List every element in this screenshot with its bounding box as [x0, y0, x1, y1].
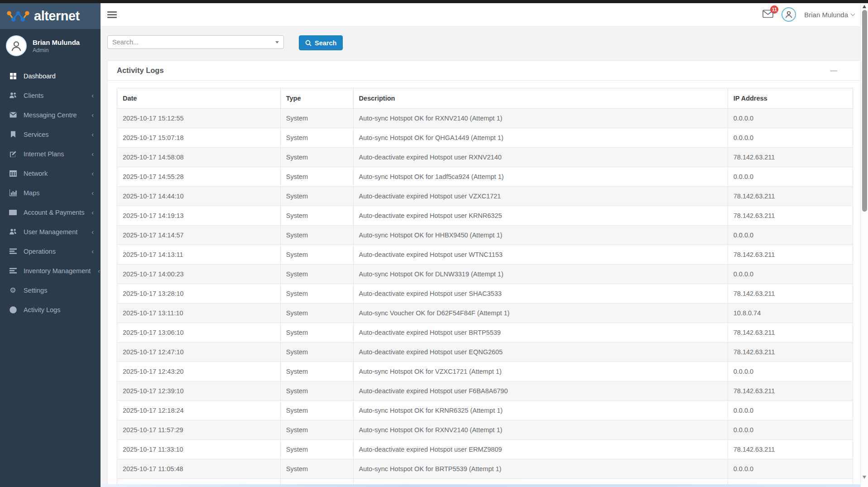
table-cell: 2025-10-17 12:47:10 — [117, 342, 281, 362]
table-cell: 0.0.0.0 — [728, 420, 853, 440]
sidebar-item-internet-plans[interactable]: Internet Plans ‹ — [0, 144, 101, 164]
table-row: 2025-10-17 11:05:48SystemAuto-sync Hotsp… — [117, 459, 853, 479]
panel-header: Activity Logs — — [108, 61, 862, 81]
sidebar-item-label: Clients — [24, 92, 43, 99]
sidebar-item-account-payments[interactable]: Account & Payments ‹ — [0, 203, 101, 222]
sidebar-item-messaging-centre[interactable]: Messaging Centre ‹ — [0, 105, 101, 125]
table-cell: 2025-10-17 13:11:10 — [117, 304, 281, 323]
sidebar-item-services[interactable]: Services ‹ — [0, 125, 101, 144]
table-cell: System — [280, 420, 353, 440]
table-cell: Auto-sync Hotspot OK for QHGA1449 (Attem… — [353, 128, 728, 148]
unread-count-badge: 11 — [770, 5, 778, 14]
sidebar-item-label: Messaging Centre — [24, 111, 77, 119]
table-cell: System — [280, 323, 353, 342]
panel-body: DateTypeDescriptionIP Address 2025-10-17… — [108, 81, 862, 487]
money-icon — [9, 210, 17, 215]
sidebar-item-label: Account & Payments — [24, 209, 85, 216]
table-cell: 2025-10-17 13:28:10 — [117, 284, 281, 304]
table-cell: 2025-10-17 11:57:29 — [117, 420, 281, 440]
sidebar-item-inventory-management[interactable]: Inventory Management ‹ — [0, 261, 101, 280]
table-cell: Auto-sync Hotspot OK for HHBX9450 (Attem… — [353, 226, 728, 245]
table-cell: System — [280, 167, 353, 187]
table-cell: 2025-10-17 12:43:20 — [117, 362, 281, 381]
hamburger-menu-icon[interactable] — [107, 11, 117, 18]
search-button[interactable]: Search — [299, 35, 343, 50]
table-cell: System — [280, 362, 353, 381]
table-row: 2025-10-17 14:14:57SystemAuto-sync Hotsp… — [117, 226, 853, 245]
sidebar-item-maps[interactable]: Maps ‹ — [0, 183, 101, 203]
activity-logs-panel: Activity Logs — DateTypeDescriptionIP Ad… — [107, 60, 863, 487]
messages-button[interactable]: 11 — [762, 10, 773, 20]
search-button-label: Search — [315, 39, 336, 47]
table-cell: 10.8.0.74 — [728, 304, 853, 323]
table-cell: 78.142.63.211 — [728, 284, 853, 304]
table-cell: 0.0.0.0 — [728, 459, 853, 479]
search-icon — [305, 40, 312, 46]
table-cell: System — [280, 284, 353, 304]
top-header: 11 Brian Mulunda — [101, 3, 868, 26]
sidebar-item-dashboard[interactable]: Dashboard — [0, 66, 101, 86]
table-row: 2025-10-17 14:00:23SystemAuto-sync Hotsp… — [117, 265, 853, 284]
table-row: 2025-10-17 15:12:55SystemAuto-sync Hotsp… — [117, 109, 853, 128]
app-root: alternet Brian Mulunda Admin Dashboard — [0, 0, 868, 487]
search-input[interactable] — [107, 35, 284, 49]
scrollbar-thumb[interactable] — [862, 10, 867, 212]
table-cell: 0.0.0.0 — [728, 265, 853, 284]
scroll-down-arrow-icon[interactable] — [863, 476, 866, 479]
bookmark-icon — [9, 131, 17, 138]
table-cell: 0.0.0.0 — [728, 401, 853, 420]
table-cell: System — [280, 401, 353, 420]
table-cell: System — [280, 148, 353, 167]
sidebar-item-label: Network — [24, 170, 48, 177]
sidebar-item-label: User Management — [24, 228, 77, 236]
profile-name: Brian Mulunda — [33, 38, 80, 47]
table-row: 2025-10-17 13:11:10SystemAuto-sync Vouch… — [117, 304, 853, 323]
sidebar-item-settings[interactable]: ⚙ Settings — [0, 280, 101, 300]
collapse-panel-button[interactable]: — — [830, 67, 837, 74]
table-row: 2025-10-17 14:19:13SystemAuto-deactivate… — [117, 206, 853, 226]
sidebar-item-network[interactable]: Network ‹ — [0, 164, 101, 183]
chevron-left-icon: ‹ — [91, 150, 94, 158]
panel-title: Activity Logs — [117, 66, 164, 75]
table-cell: System — [280, 226, 353, 245]
sidebar-profile[interactable]: Brian Mulunda Admin — [0, 29, 101, 63]
scroll-up-arrow-icon[interactable] — [863, 5, 866, 8]
table-cell: Auto-sync Hotspot OK for RXNV2140 (Attem… — [353, 109, 728, 128]
activity-logs-table: DateTypeDescriptionIP Address 2025-10-17… — [117, 88, 853, 487]
user-menu[interactable]: Brian Mulunda — [804, 11, 854, 19]
chevron-left-icon: ‹ — [91, 189, 94, 197]
table-row: 2025-10-17 13:28:10SystemAuto-deactivate… — [117, 284, 853, 304]
table-row: 2025-10-17 11:57:29SystemAuto-sync Hotsp… — [117, 420, 853, 440]
table-header-row: DateTypeDescriptionIP Address — [117, 88, 853, 109]
window-top-edge — [0, 0, 868, 3]
sidebar-item-label: Inventory Management — [24, 267, 91, 275]
table-cell: 2025-10-17 14:14:57 — [117, 226, 281, 245]
column-header: IP Address — [728, 88, 853, 109]
sidebar-item-operations[interactable]: Operations ‹ — [0, 241, 101, 261]
sidebar-item-clients[interactable]: Clients ‹ — [0, 86, 101, 105]
table-cell: 2025-10-17 11:05:48 — [117, 459, 281, 479]
pencil-square-icon — [9, 150, 17, 158]
table-cell: 2025-10-17 11:33:10 — [117, 440, 281, 459]
chevron-left-icon: ‹ — [91, 92, 94, 99]
sidebar-item-label: Activity Logs — [24, 306, 60, 313]
vertical-scrollbar[interactable] — [860, 3, 868, 487]
select-caret-icon[interactable] — [275, 41, 279, 43]
table-cell: System — [280, 459, 353, 479]
table-cell: 78.142.63.211 — [728, 206, 853, 226]
user-menu-name: Brian Mulunda — [804, 11, 848, 19]
sidebar-item-activity-logs[interactable]: Activity Logs — [0, 300, 101, 319]
table-cell: System — [280, 304, 353, 323]
table-cell: 78.142.63.211 — [728, 381, 853, 401]
gear-icon: ⚙ — [9, 287, 17, 294]
users-icon — [9, 228, 17, 235]
table-row: 2025-10-17 11:33:10SystemAuto-deactivate… — [117, 440, 853, 459]
table-cell: Auto-deactivate expired Hotspot user KRN… — [353, 206, 728, 226]
header-avatar[interactable] — [782, 7, 796, 22]
table-row: 2025-10-17 14:55:28SystemAuto-sync Hotsp… — [117, 167, 853, 187]
table-cell: System — [280, 440, 353, 459]
table-cell: 0.0.0.0 — [728, 128, 853, 148]
table-cell: System — [280, 381, 353, 401]
brand-logo[interactable]: alternet — [0, 3, 101, 29]
sidebar-item-user-management[interactable]: User Management ‹ — [0, 222, 101, 241]
